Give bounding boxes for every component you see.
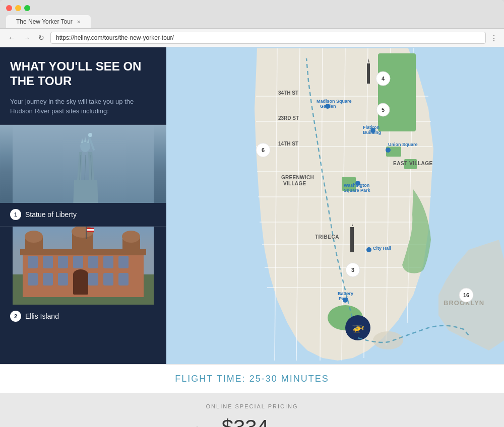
svg-text:GREENWICH: GREENWICH bbox=[281, 175, 314, 180]
svg-text:Square Park: Square Park bbox=[344, 188, 371, 193]
svg-rect-56 bbox=[378, 53, 416, 131]
svg-rect-16 bbox=[58, 256, 68, 268]
svg-text:VILLAGE: VILLAGE bbox=[283, 181, 306, 186]
flight-time-bar: FLIGHT TIME: 25-30 Minutes bbox=[0, 364, 504, 393]
svg-text:Union Square: Union Square bbox=[388, 142, 418, 147]
svg-rect-87 bbox=[367, 63, 370, 84]
svg-rect-89 bbox=[350, 227, 354, 252]
svg-rect-18 bbox=[88, 256, 98, 268]
svg-point-28 bbox=[73, 269, 88, 279]
item2-label-bar: 2 Ellis Island bbox=[0, 305, 166, 328]
svg-point-2 bbox=[88, 133, 92, 137]
sidebar-header: WHAT YOU'LL SEE ON THE TOUR Your journey… bbox=[0, 47, 166, 124]
forward-button[interactable]: → bbox=[21, 33, 32, 43]
pricing-label: ONLINE SPECIAL PRICING bbox=[10, 403, 494, 409]
svg-rect-20 bbox=[118, 256, 129, 268]
svg-rect-14 bbox=[28, 256, 38, 268]
map-area: 🚁 34TH ST Madison Square Garden 4 5 bbox=[166, 47, 504, 364]
svg-text:🚁: 🚁 bbox=[352, 321, 364, 333]
statue-image bbox=[0, 125, 166, 203]
item2-number: 2 bbox=[10, 311, 21, 322]
svg-text:23RD ST: 23RD ST bbox=[278, 115, 299, 121]
svg-rect-17 bbox=[73, 256, 83, 268]
address-bar[interactable] bbox=[50, 32, 486, 44]
tab-title: The New Yorker Tour bbox=[16, 18, 73, 25]
svg-text:14TH ST: 14TH ST bbox=[278, 141, 298, 147]
svg-text:34TH ST: 34TH ST bbox=[278, 90, 298, 96]
page-content: WHAT YOU'LL SEE ON THE TOUR Your journey… bbox=[0, 47, 504, 364]
browser-tab[interactable]: The New Yorker Tour ✕ bbox=[6, 15, 91, 28]
svg-text:EAST VILLAGE: EAST VILLAGE bbox=[393, 161, 433, 166]
svg-text:16: 16 bbox=[463, 292, 469, 298]
browser-chrome: The New Yorker Tour ✕ bbox=[0, 0, 504, 29]
dot-yellow[interactable] bbox=[15, 5, 21, 11]
browser-toolbar: ← → ↻ ⋮ bbox=[0, 29, 504, 47]
svg-text:Battery: Battery bbox=[338, 291, 353, 296]
sidebar: WHAT YOU'LL SEE ON THE TOUR Your journey… bbox=[0, 47, 166, 364]
old-price: $354 bbox=[194, 424, 219, 427]
svg-text:Garden: Garden bbox=[320, 104, 336, 109]
item1-name: Statue of Liberty bbox=[25, 210, 77, 219]
browser-tab-bar: The New Yorker Tour ✕ bbox=[6, 15, 498, 28]
svg-point-91 bbox=[366, 247, 371, 252]
map-svg: 🚁 34TH ST Madison Square Garden 4 5 bbox=[166, 47, 504, 364]
sidebar-title: WHAT YOU'LL SEE ON THE TOUR bbox=[10, 59, 156, 89]
flight-time-value: 25-30 Minutes bbox=[249, 374, 329, 384]
flight-time-text: FLIGHT TIME: 25-30 Minutes bbox=[175, 374, 329, 384]
svg-rect-15 bbox=[43, 256, 53, 268]
ellis-image bbox=[0, 227, 166, 305]
svg-text:Flatiron: Flatiron bbox=[363, 125, 380, 130]
sidebar-item-ellis: 2 Ellis Island bbox=[0, 226, 166, 328]
svg-rect-21 bbox=[28, 273, 38, 286]
svg-text:4: 4 bbox=[382, 76, 385, 82]
flight-time-label: FLIGHT TIME: bbox=[175, 374, 245, 384]
tab-close-icon[interactable]: ✕ bbox=[77, 19, 81, 25]
dot-green[interactable] bbox=[24, 5, 30, 11]
svg-text:6: 6 bbox=[262, 147, 265, 153]
svg-rect-19 bbox=[103, 256, 113, 268]
pricing-row: $354 $334 PER SEAT bbox=[10, 415, 494, 427]
browser-dots bbox=[6, 5, 498, 11]
sidebar-item-statue: 1 Statue of Liberty bbox=[0, 124, 166, 226]
svg-point-32 bbox=[122, 231, 140, 243]
svg-rect-23 bbox=[58, 273, 68, 286]
item1-number: 1 bbox=[10, 209, 21, 220]
new-price: $334 bbox=[222, 415, 269, 427]
svg-rect-38 bbox=[87, 231, 94, 232]
svg-rect-25 bbox=[103, 273, 113, 286]
svg-text:City Hall: City Hall bbox=[373, 246, 391, 251]
svg-point-30 bbox=[25, 231, 43, 243]
back-button[interactable]: ← bbox=[6, 33, 17, 43]
dot-red[interactable] bbox=[6, 5, 12, 11]
reload-button[interactable]: ↻ bbox=[36, 33, 46, 43]
pricing-section: ONLINE SPECIAL PRICING $354 $334 PER SEA… bbox=[0, 393, 504, 427]
menu-button[interactable]: ⋮ bbox=[490, 33, 498, 43]
svg-rect-26 bbox=[118, 273, 129, 286]
svg-text:5: 5 bbox=[382, 107, 385, 113]
browser-window: The New Yorker Tour ✕ ← → ↻ ⋮ WHAT YOU'L… bbox=[0, 0, 504, 427]
svg-rect-35 bbox=[86, 227, 87, 239]
svg-rect-22 bbox=[43, 273, 53, 286]
svg-text:TRIBECA: TRIBECA bbox=[315, 234, 339, 240]
svg-point-101 bbox=[373, 331, 403, 349]
svg-text:Madison Square: Madison Square bbox=[317, 99, 352, 104]
svg-rect-37 bbox=[87, 229, 94, 231]
item1-label-bar: 1 Statue of Liberty bbox=[0, 203, 166, 226]
sidebar-description: Your journey in the sky will take you up… bbox=[10, 97, 156, 116]
svg-point-78 bbox=[386, 148, 391, 153]
item2-name: Ellis Island bbox=[25, 312, 59, 320]
svg-text:Park: Park bbox=[339, 296, 349, 301]
svg-text:Washington: Washington bbox=[344, 183, 369, 188]
svg-text:Building: Building bbox=[363, 130, 381, 135]
svg-text:3: 3 bbox=[351, 267, 354, 273]
svg-rect-24 bbox=[88, 273, 98, 286]
